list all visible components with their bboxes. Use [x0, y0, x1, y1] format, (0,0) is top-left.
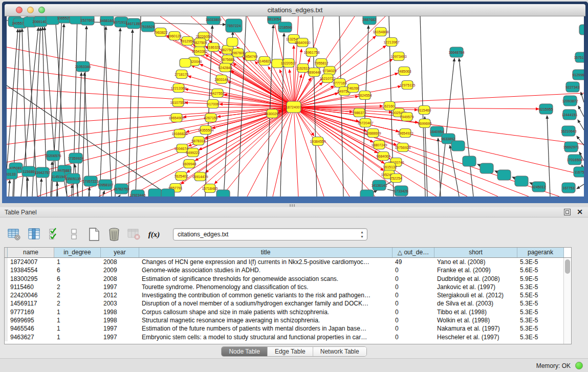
- cell-title[interactable]: Changes of HCN gene expression and I(f) …: [139, 258, 393, 266]
- graph-node[interactable]: 7485063: [397, 67, 411, 76]
- graph-node[interactable]: 13505135: [65, 173, 81, 184]
- cell-out_de[interactable]: 0: [393, 324, 434, 333]
- graph-node[interactable]: 9827509: [193, 38, 207, 47]
- cell-pagerank[interactable]: 5.6E-5: [517, 266, 564, 274]
- cell-in_degree[interactable]: 2: [54, 283, 101, 291]
- graph-node[interactable]: [360, 190, 374, 196]
- cell-title[interactable]: Investigating the contribution of common…: [139, 291, 393, 299]
- table-row[interactable]: 911546021997Tourette syndrome. Phenomeno…: [5, 283, 571, 291]
- cell-title[interactable]: Tourette syndrome. Phenomenology and cla…: [139, 283, 393, 291]
- graph-node[interactable]: 15751074: [574, 52, 584, 62]
- graph-node[interactable]: 19654905: [168, 114, 184, 122]
- graph-node[interactable]: 21053346: [75, 61, 91, 72]
- graph-node[interactable]: 167753: [562, 183, 575, 193]
- column-header-year[interactable]: year: [101, 248, 139, 257]
- graph-node[interactable]: 14671355: [125, 18, 141, 29]
- graph-node[interactable]: 14355504: [198, 126, 213, 135]
- graph-node[interactable]: 2803144: [214, 75, 228, 84]
- cell-name[interactable]: 18300295: [8, 275, 54, 283]
- graph-node[interactable]: 9777169: [333, 79, 346, 87]
- graph-node[interactable]: 1527602: [80, 16, 94, 25]
- graph-node[interactable]: 18640910: [294, 38, 310, 47]
- cell-pagerank[interactable]: 5.3E-5: [517, 308, 564, 316]
- graph-node[interactable]: 13942757: [34, 167, 50, 178]
- graph-node[interactable]: 16914479: [192, 172, 208, 181]
- scrollbar-thumb[interactable]: [565, 259, 570, 274]
- graph-node[interactable]: 16154808: [373, 28, 388, 36]
- graph-node[interactable]: [161, 189, 175, 196]
- cell-pagerank[interactable]: 5.9E-5: [517, 275, 564, 283]
- graph-node[interactable]: 16033809: [205, 16, 221, 25]
- graph-node[interactable]: 19166825: [171, 129, 187, 138]
- cell-short[interactable]: Dudbridge et al. (2008): [434, 275, 517, 283]
- unselect-all-icon[interactable]: [67, 227, 81, 242]
- cell-out_de[interactable]: 0: [393, 299, 434, 308]
- graph-node[interactable]: [515, 176, 528, 186]
- graph-node[interactable]: 1824554: [358, 91, 372, 100]
- graph-node[interactable]: 16961758: [303, 48, 319, 57]
- cell-short[interactable]: Yano et al. (2008): [434, 258, 517, 266]
- graph-node[interactable]: 17016504: [567, 155, 582, 165]
- column-header-pagerank[interactable]: pagerank: [517, 248, 564, 257]
- graph-node[interactable]: 12213369: [170, 84, 186, 93]
- graph-node[interactable]: 9684067: [376, 152, 390, 161]
- table-row[interactable]: 1938455462009Genome-wide association stu…: [5, 266, 571, 274]
- graph-node[interactable]: 8215955: [539, 104, 553, 114]
- new-document-icon[interactable]: [87, 227, 101, 242]
- column-header-name[interactable]: name: [8, 248, 54, 257]
- cell-title[interactable]: Estimation of significance thresholds fo…: [139, 275, 393, 283]
- table-row[interactable]: 977716911998Corpus callosum shape and si…: [5, 308, 571, 316]
- graph-node[interactable]: 9245012: [532, 182, 546, 192]
- graph-node[interactable]: 8427552: [210, 89, 224, 98]
- cell-in_degree[interactable]: 1: [54, 333, 101, 341]
- graph-node[interactable]: 2887682: [362, 16, 376, 25]
- graph-node[interactable]: 5878314: [191, 137, 205, 145]
- tab-node-table[interactable]: Node Table: [222, 347, 268, 356]
- cell-in_degree[interactable]: 6: [54, 266, 101, 274]
- close-panel-icon[interactable]: ✕: [577, 209, 583, 215]
- cell-year[interactable]: 2009: [101, 266, 139, 274]
- cell-out_de[interactable]: 49: [393, 258, 434, 266]
- graph-hub-node[interactable]: 18724007: [286, 101, 301, 113]
- graph-node[interactable]: 115686: [22, 166, 35, 177]
- graph-node[interactable]: 7625402: [174, 172, 188, 181]
- graph-node[interactable]: 10958107: [97, 180, 113, 190]
- graph-node[interactable]: 12923446: [129, 190, 145, 196]
- table-row[interactable]: 1830029562008Estimation of significance …: [5, 275, 571, 283]
- cell-year[interactable]: 2008: [101, 258, 139, 266]
- graph-node[interactable]: [579, 25, 584, 35]
- graph-node[interactable]: 10688609: [365, 129, 381, 138]
- table-row[interactable]: 946362711997Embryonic stem cells: a mode…: [5, 333, 571, 341]
- graph-node[interactable]: 8454749: [244, 52, 257, 61]
- graph-node[interactable]: 17359924: [68, 153, 83, 163]
- graph-node[interactable]: 10973493: [390, 52, 406, 61]
- cell-out_de[interactable]: 0: [393, 291, 434, 299]
- cell-in_degree[interactable]: 2: [54, 291, 101, 299]
- graph-node[interactable]: 19756928: [395, 143, 410, 152]
- function-builder-icon[interactable]: f(x): [147, 227, 161, 242]
- graph-node[interactable]: 12093872: [562, 96, 578, 106]
- delete-icon[interactable]: [107, 227, 121, 242]
- cell-out_de[interactable]: 0: [393, 333, 434, 341]
- cell-title[interactable]: Disruption of a novel member of a sodium…: [139, 299, 393, 308]
- cell-year[interactable]: 1997: [101, 333, 139, 341]
- graph-node[interactable]: 9129966: [572, 70, 584, 80]
- graph-node[interactable]: 9146821: [257, 57, 271, 65]
- column-header-title[interactable]: title: [139, 248, 393, 257]
- graph-node[interactable]: 8466160: [100, 16, 114, 26]
- cell-pagerank[interactable]: 5.3E-5: [517, 324, 564, 333]
- cell-year[interactable]: 2008: [101, 275, 139, 283]
- graph-node[interactable]: 7857224: [226, 19, 242, 32]
- graph-node[interactable]: 12444151: [561, 110, 577, 120]
- divider-grip[interactable]: [290, 204, 296, 207]
- cell-pagerank[interactable]: 5.3E-5: [517, 299, 564, 308]
- graph-node[interactable]: 18807249: [371, 141, 387, 149]
- graph-node[interactable]: 15692971: [563, 142, 579, 152]
- cell-name[interactable]: 19384554: [8, 266, 54, 274]
- cell-year[interactable]: 1997: [101, 324, 139, 333]
- window-titlebar[interactable]: citations_edges.txt: [5, 4, 585, 16]
- column-header-in_degree[interactable]: in_degree: [54, 248, 101, 257]
- cell-short[interactable]: Nakamura et al. (1997): [434, 324, 517, 333]
- cell-name[interactable]: 14569117: [8, 299, 54, 308]
- cell-name[interactable]: 9463627: [8, 333, 54, 341]
